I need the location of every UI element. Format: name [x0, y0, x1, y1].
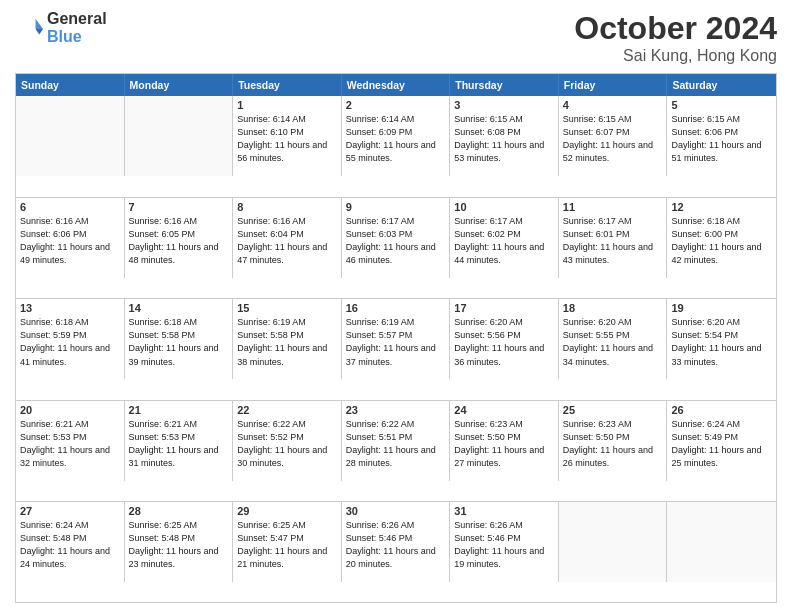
day-number: 17 [454, 302, 554, 314]
day-number: 13 [20, 302, 120, 314]
month-title: October 2024 [574, 10, 777, 47]
calendar-cell: 26Sunrise: 6:24 AMSunset: 5:49 PMDayligh… [667, 401, 776, 481]
cell-info: Sunrise: 6:17 AMSunset: 6:03 PMDaylight:… [346, 215, 446, 267]
calendar-week-2: 6Sunrise: 6:16 AMSunset: 6:06 PMDaylight… [16, 197, 776, 217]
svg-marker-0 [36, 19, 43, 29]
calendar-cell: 24Sunrise: 6:23 AMSunset: 5:50 PMDayligh… [450, 401, 559, 481]
header-day-thursday: Thursday [450, 74, 559, 96]
calendar-cell: 13Sunrise: 6:18 AMSunset: 5:59 PMDayligh… [16, 299, 125, 379]
day-number: 6 [20, 201, 120, 213]
calendar-cell: 4Sunrise: 6:15 AMSunset: 6:07 PMDaylight… [559, 96, 668, 176]
day-number: 22 [237, 404, 337, 416]
day-number: 25 [563, 404, 663, 416]
cell-info: Sunrise: 6:24 AMSunset: 5:48 PMDaylight:… [20, 519, 120, 571]
calendar-cell: 14Sunrise: 6:18 AMSunset: 5:58 PMDayligh… [125, 299, 234, 379]
day-number: 9 [346, 201, 446, 213]
svg-marker-1 [36, 29, 43, 35]
cell-info: Sunrise: 6:17 AMSunset: 6:01 PMDaylight:… [563, 215, 663, 267]
calendar-cell: 7Sunrise: 6:16 AMSunset: 6:05 PMDaylight… [125, 198, 234, 278]
calendar-week-1: 1Sunrise: 6:14 AMSunset: 6:10 PMDaylight… [16, 96, 776, 116]
day-number: 8 [237, 201, 337, 213]
calendar-cell: 5Sunrise: 6:15 AMSunset: 6:06 PMDaylight… [667, 96, 776, 176]
cell-info: Sunrise: 6:19 AMSunset: 5:58 PMDaylight:… [237, 316, 337, 368]
logo-general: General [47, 10, 107, 27]
cell-info: Sunrise: 6:20 AMSunset: 5:54 PMDaylight:… [671, 316, 772, 368]
calendar: SundayMondayTuesdayWednesdayThursdayFrid… [15, 73, 777, 603]
day-number: 31 [454, 505, 554, 517]
calendar-cell: 18Sunrise: 6:20 AMSunset: 5:55 PMDayligh… [559, 299, 668, 379]
calendar-cell: 31Sunrise: 6:26 AMSunset: 5:46 PMDayligh… [450, 502, 559, 582]
calendar-cell: 8Sunrise: 6:16 AMSunset: 6:04 PMDaylight… [233, 198, 342, 278]
day-number: 1 [237, 99, 337, 111]
calendar-cell: 15Sunrise: 6:19 AMSunset: 5:58 PMDayligh… [233, 299, 342, 379]
day-number: 12 [671, 201, 772, 213]
calendar-cell: 28Sunrise: 6:25 AMSunset: 5:48 PMDayligh… [125, 502, 234, 582]
calendar-cell [559, 502, 668, 582]
header-day-monday: Monday [125, 74, 234, 96]
day-number: 3 [454, 99, 554, 111]
cell-info: Sunrise: 6:15 AMSunset: 6:06 PMDaylight:… [671, 113, 772, 165]
logo: General Blue [15, 10, 107, 46]
cell-info: Sunrise: 6:25 AMSunset: 5:48 PMDaylight:… [129, 519, 229, 571]
logo-icon [15, 14, 43, 42]
calendar-cell: 23Sunrise: 6:22 AMSunset: 5:51 PMDayligh… [342, 401, 451, 481]
calendar-cell: 20Sunrise: 6:21 AMSunset: 5:53 PMDayligh… [16, 401, 125, 481]
calendar-week-5: 27Sunrise: 6:24 AMSunset: 5:48 PMDayligh… [16, 501, 776, 521]
calendar-cell: 29Sunrise: 6:25 AMSunset: 5:47 PMDayligh… [233, 502, 342, 582]
day-number: 5 [671, 99, 772, 111]
title-block: October 2024 Sai Kung, Hong Kong [574, 10, 777, 65]
cell-info: Sunrise: 6:19 AMSunset: 5:57 PMDaylight:… [346, 316, 446, 368]
day-number: 30 [346, 505, 446, 517]
day-number: 2 [346, 99, 446, 111]
cell-info: Sunrise: 6:26 AMSunset: 5:46 PMDaylight:… [454, 519, 554, 571]
cell-info: Sunrise: 6:21 AMSunset: 5:53 PMDaylight:… [20, 418, 120, 470]
cell-info: Sunrise: 6:16 AMSunset: 6:04 PMDaylight:… [237, 215, 337, 267]
calendar-cell: 10Sunrise: 6:17 AMSunset: 6:02 PMDayligh… [450, 198, 559, 278]
calendar-cell: 16Sunrise: 6:19 AMSunset: 5:57 PMDayligh… [342, 299, 451, 379]
cell-info: Sunrise: 6:20 AMSunset: 5:55 PMDaylight:… [563, 316, 663, 368]
calendar-page: General Blue October 2024 Sai Kung, Hong… [0, 0, 792, 612]
cell-info: Sunrise: 6:17 AMSunset: 6:02 PMDaylight:… [454, 215, 554, 267]
day-number: 18 [563, 302, 663, 314]
calendar-week-4: 20Sunrise: 6:21 AMSunset: 5:53 PMDayligh… [16, 400, 776, 420]
calendar-cell [16, 96, 125, 176]
header-day-sunday: Sunday [16, 74, 125, 96]
calendar-cell: 2Sunrise: 6:14 AMSunset: 6:09 PMDaylight… [342, 96, 451, 176]
calendar-cell: 9Sunrise: 6:17 AMSunset: 6:03 PMDaylight… [342, 198, 451, 278]
header-day-wednesday: Wednesday [342, 74, 451, 96]
calendar-cell: 17Sunrise: 6:20 AMSunset: 5:56 PMDayligh… [450, 299, 559, 379]
calendar-cell: 19Sunrise: 6:20 AMSunset: 5:54 PMDayligh… [667, 299, 776, 379]
day-number: 24 [454, 404, 554, 416]
calendar-week-3: 13Sunrise: 6:18 AMSunset: 5:59 PMDayligh… [16, 298, 776, 318]
day-number: 29 [237, 505, 337, 517]
day-number: 4 [563, 99, 663, 111]
calendar-body: 1Sunrise: 6:14 AMSunset: 6:10 PMDaylight… [16, 96, 776, 602]
calendar-cell: 11Sunrise: 6:17 AMSunset: 6:01 PMDayligh… [559, 198, 668, 278]
cell-info: Sunrise: 6:24 AMSunset: 5:49 PMDaylight:… [671, 418, 772, 470]
calendar-cell: 21Sunrise: 6:21 AMSunset: 5:53 PMDayligh… [125, 401, 234, 481]
cell-info: Sunrise: 6:16 AMSunset: 6:05 PMDaylight:… [129, 215, 229, 267]
cell-info: Sunrise: 6:14 AMSunset: 6:10 PMDaylight:… [237, 113, 337, 165]
day-number: 16 [346, 302, 446, 314]
day-number: 26 [671, 404, 772, 416]
cell-info: Sunrise: 6:23 AMSunset: 5:50 PMDaylight:… [454, 418, 554, 470]
day-number: 19 [671, 302, 772, 314]
calendar-cell [125, 96, 234, 176]
cell-info: Sunrise: 6:18 AMSunset: 5:59 PMDaylight:… [20, 316, 120, 368]
cell-info: Sunrise: 6:25 AMSunset: 5:47 PMDaylight:… [237, 519, 337, 571]
day-number: 23 [346, 404, 446, 416]
cell-info: Sunrise: 6:16 AMSunset: 6:06 PMDaylight:… [20, 215, 120, 267]
cell-info: Sunrise: 6:21 AMSunset: 5:53 PMDaylight:… [129, 418, 229, 470]
day-number: 15 [237, 302, 337, 314]
calendar-cell: 27Sunrise: 6:24 AMSunset: 5:48 PMDayligh… [16, 502, 125, 582]
calendar-cell: 25Sunrise: 6:23 AMSunset: 5:50 PMDayligh… [559, 401, 668, 481]
header-day-saturday: Saturday [667, 74, 776, 96]
location: Sai Kung, Hong Kong [574, 47, 777, 65]
cell-info: Sunrise: 6:15 AMSunset: 6:07 PMDaylight:… [563, 113, 663, 165]
day-number: 20 [20, 404, 120, 416]
day-number: 14 [129, 302, 229, 314]
cell-info: Sunrise: 6:22 AMSunset: 5:51 PMDaylight:… [346, 418, 446, 470]
day-number: 28 [129, 505, 229, 517]
cell-info: Sunrise: 6:14 AMSunset: 6:09 PMDaylight:… [346, 113, 446, 165]
cell-info: Sunrise: 6:22 AMSunset: 5:52 PMDaylight:… [237, 418, 337, 470]
